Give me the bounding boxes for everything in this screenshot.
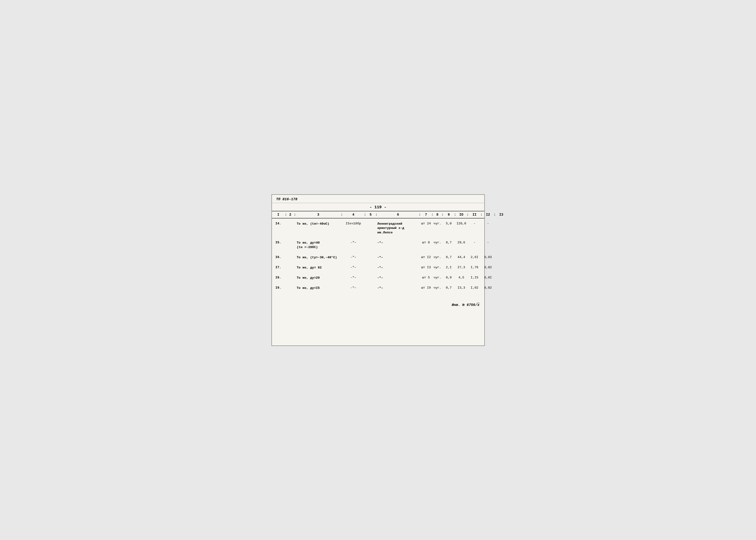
- header-col2: 2: [287, 213, 294, 216]
- row-material: чуг.: [433, 241, 442, 244]
- row-val4: 0,03: [482, 255, 494, 259]
- top-bar: ТП 816-178: [272, 195, 484, 203]
- header-col6: 6: [378, 213, 419, 216]
- inv-value: 6756/х: [467, 303, 479, 307]
- row-val1: 5,0: [444, 222, 454, 225]
- row-material: чуг.: [433, 276, 442, 279]
- row-col4: -"–: [343, 286, 364, 290]
- row-val3: I,76: [469, 266, 481, 269]
- sep5: :: [376, 213, 378, 216]
- row-description: То же, (tу=-30,-40°С): [296, 255, 341, 260]
- row-col6: -"–: [378, 286, 419, 291]
- header-col9: 9: [444, 213, 454, 216]
- row-col6: Ленниградский арматурный з-д им.Лепсе: [378, 222, 419, 235]
- header-col4: 4: [343, 213, 364, 216]
- row-val2: 4,5: [456, 276, 467, 279]
- row-val2: 27,3: [456, 266, 467, 269]
- table-row: I9. То же, ду=I5 -"– -"– шт I9 чуг. 0,7 …: [272, 283, 484, 293]
- sep3: :: [341, 213, 343, 216]
- row-col4: -"–: [343, 276, 364, 279]
- header-col11: II: [469, 213, 481, 216]
- inv-label: Инв. №: [452, 303, 464, 307]
- row-val3: -: [469, 222, 481, 225]
- sep1: :: [285, 213, 287, 216]
- row-description: То же, ду=I5: [296, 286, 341, 291]
- row-val4: 0,0I: [482, 276, 494, 279]
- row-val4: 0,02: [482, 286, 494, 290]
- row-unit: шт 8: [421, 241, 431, 244]
- table-row: I4. То же, (tн=-40оС) I5хч18бр Ленниград…: [272, 218, 484, 238]
- row-col4: I5хч18бр: [343, 222, 364, 225]
- row-val3: I,02: [469, 286, 481, 290]
- row-description: То же, ду=20: [296, 276, 341, 280]
- row-num: I6.: [272, 255, 285, 259]
- header-col12: I2: [482, 213, 494, 216]
- row-col6: -"–: [378, 241, 419, 245]
- row-val4: 0,02: [482, 266, 494, 269]
- header-col13: I3: [496, 213, 507, 216]
- row-val2: 29,6: [456, 241, 467, 244]
- row-col4: -"–: [343, 241, 364, 244]
- row-description: То же, (tн=-40оС): [296, 222, 341, 226]
- row-col4: -"–: [343, 255, 364, 259]
- sep6: :: [419, 213, 421, 216]
- sep11: :: [481, 213, 482, 216]
- table-row: I6. То же, (tу=-30,-40°С) -"– -"– шт I2 …: [272, 252, 484, 262]
- row-val3: 2,6I: [469, 255, 481, 259]
- row-num: I9.: [272, 286, 285, 290]
- row-num: I8.: [272, 276, 285, 279]
- row-val2: I20,0: [456, 222, 467, 225]
- row-material: чуг.: [433, 266, 442, 269]
- table-row: I5. То же, ду=40 (tн =-20бС) -"– -"– шт …: [272, 237, 484, 252]
- sep4: :: [364, 213, 366, 216]
- page-number: - 119 -: [272, 203, 484, 211]
- header-col8: 8: [433, 213, 442, 216]
- row-val1: 0,7: [444, 286, 454, 290]
- table-header: I : 2 : 3 : 4 : 5 : 6 : 7 : 8 : 9 : IO :…: [272, 211, 484, 218]
- row-val1: 2,I: [444, 266, 454, 269]
- sep7: :: [431, 213, 433, 216]
- table-row: I8. То же, ду=20 -"– -"– шт 5 чуг. 0,9 4…: [272, 272, 484, 283]
- table-body: I4. То же, (tн=-40оС) I5хч18бр Ленниград…: [272, 218, 484, 293]
- row-val3: I,I5: [469, 276, 481, 279]
- inv-number: Инв. № 6756/х: [452, 303, 479, 307]
- row-col6: -"–: [378, 266, 419, 270]
- header-col5: 5: [366, 213, 376, 216]
- row-val2: I3,3: [456, 286, 467, 290]
- row-unit: шт I3: [421, 266, 431, 269]
- row-material: чуг.: [433, 222, 442, 225]
- row-col6: -"–: [378, 276, 419, 280]
- footer: Инв. № 6756/х: [272, 295, 484, 310]
- row-unit: шт 24: [421, 222, 431, 225]
- header-col3: 3: [296, 213, 341, 216]
- sep9: :: [454, 213, 456, 216]
- row-val4: -: [482, 241, 494, 244]
- row-col6: -"–: [378, 255, 419, 260]
- row-material: чуг.: [433, 286, 442, 290]
- sep8: :: [442, 213, 444, 216]
- sep2: :: [294, 213, 296, 216]
- header-col7: 7: [421, 213, 431, 216]
- row-unit: шт I2: [421, 255, 431, 259]
- row-description: То же, ду= 82: [296, 266, 341, 270]
- doc-title: ТП 816-178: [276, 198, 298, 202]
- header-col1: I: [272, 213, 285, 216]
- row-num: I7.: [272, 266, 285, 269]
- row-num: I5.: [272, 241, 285, 244]
- row-description: То же, ду=40 (tн =-20бС): [296, 241, 341, 250]
- header-col10: IO: [456, 213, 467, 216]
- row-material: чуг.: [433, 255, 442, 259]
- row-val4: -: [482, 222, 494, 225]
- row-col4: -"–: [343, 266, 364, 269]
- row-val1: 8,7: [444, 255, 454, 259]
- row-val1: 0,9: [444, 276, 454, 279]
- row-unit: шт I9: [421, 286, 431, 290]
- row-unit: шт 5: [421, 276, 431, 279]
- row-val1: 8,7: [444, 241, 454, 244]
- sep10: :: [467, 213, 469, 216]
- document-page: ТП 816-178 - 119 - I : 2 : 3 : 4 : 5 : 6…: [271, 194, 485, 346]
- row-val3: -: [469, 241, 481, 244]
- sep12: :: [494, 213, 496, 216]
- row-val2: 44,4: [456, 255, 467, 259]
- table-row: I7. То же, ду= 82 -"– -"– шт I3 чуг. 2,I…: [272, 262, 484, 272]
